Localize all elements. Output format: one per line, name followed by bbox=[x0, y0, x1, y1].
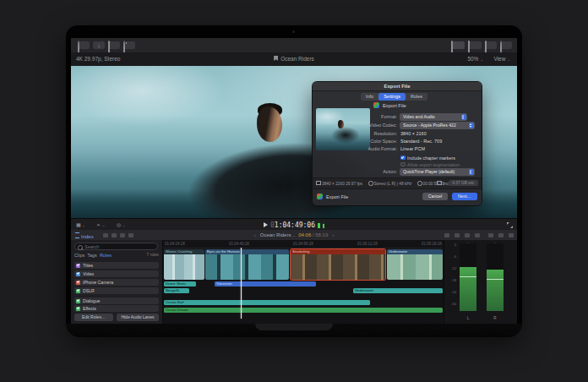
dropdown-arrows-icon bbox=[461, 114, 467, 120]
chapter-markers-label: Include chapter markers bbox=[407, 156, 455, 161]
role-row-video[interactable]: Video bbox=[74, 270, 159, 277]
resolution-value: 3840 × 2160 bbox=[400, 131, 427, 136]
format-dropdown[interactable]: Video and Audio bbox=[400, 113, 467, 121]
audio-clip-ocean-surf[interactable]: Ocean Surf bbox=[164, 300, 370, 305]
roles-count: 7 roles bbox=[147, 253, 159, 257]
search-input[interactable]: Search bbox=[74, 243, 158, 250]
role-row-iphone-camera[interactable]: iPhone Camera bbox=[74, 279, 159, 286]
surfer-face bbox=[257, 106, 282, 142]
timeline-body: Search Clips Tags Roles 7 roles Titles V… bbox=[71, 240, 517, 324]
speaker-icon bbox=[368, 181, 373, 186]
browser-toggle-button[interactable] bbox=[451, 41, 465, 49]
role-row-dslr[interactable]: DSLR bbox=[74, 287, 159, 294]
dropdown-arrows-icon bbox=[469, 123, 475, 128]
clip-thumbnails bbox=[164, 254, 204, 280]
skimming-toggle-icon[interactable] bbox=[444, 233, 449, 237]
tab-settings[interactable]: Settings bbox=[378, 93, 406, 101]
meter-right-label: R bbox=[487, 316, 504, 320]
next-project-button[interactable]: › bbox=[332, 232, 334, 237]
prev-project-button[interactable]: ‹ bbox=[254, 232, 256, 237]
tab-roles[interactable]: Roles bbox=[100, 253, 112, 258]
inspector-toggle-button[interactable] bbox=[485, 41, 497, 49]
viewer-header: 4K 29.97p, Stereo Ocean Riders 50% ⌄ Vie… bbox=[71, 52, 517, 67]
size-estimate: 4.37 GB est. bbox=[449, 180, 478, 186]
role-row-titles[interactable]: Titles bbox=[74, 262, 159, 269]
audio-clip-drone-shots[interactable]: Drone Shots bbox=[164, 281, 196, 286]
viewer-zoom-menu[interactable]: 50% ⌄ bbox=[467, 56, 483, 62]
color-space-value: Standard - Rec. 709 bbox=[400, 139, 442, 144]
index-tabs: Clips Tags Roles 7 roles bbox=[74, 253, 159, 259]
expand-timeline-icon[interactable] bbox=[507, 222, 513, 228]
hide-audio-lanes-button[interactable]: Hide Audio Lanes bbox=[117, 314, 159, 321]
export-app-icon bbox=[373, 102, 379, 108]
audio-format-value: Linear PCM bbox=[400, 146, 425, 151]
share-button[interactable] bbox=[500, 41, 512, 49]
video-clip-snorkeling-selected[interactable]: Snorkeling bbox=[291, 249, 385, 280]
audio-clip-seagulls[interactable]: Seagulls bbox=[164, 288, 189, 293]
meter-left-peak-readout: - bbox=[460, 241, 476, 245]
export-status-bar: 3840 × 2160 29.97 fps Stereo (L R) | 48 … bbox=[313, 177, 482, 189]
audio-clip-underwater[interactable]: Underwater bbox=[353, 288, 443, 293]
role-checkbox[interactable] bbox=[76, 307, 80, 311]
snapping-icon[interactable] bbox=[475, 233, 480, 237]
role-checkbox[interactable] bbox=[76, 289, 80, 293]
role-checkbox[interactable] bbox=[76, 272, 80, 276]
viewer-view-menu[interactable]: View ⌄ bbox=[493, 56, 510, 62]
video-clip-underwater[interactable]: Underwater bbox=[387, 249, 443, 280]
laptop-base bbox=[66, 324, 522, 337]
resolution-label: Resolution: bbox=[373, 131, 397, 136]
transitions-browser-icon[interactable] bbox=[509, 233, 514, 237]
meter-left-channel: - L bbox=[460, 243, 476, 311]
role-checkbox[interactable] bbox=[76, 281, 80, 285]
bookmark-icon bbox=[274, 56, 278, 61]
playhead[interactable] bbox=[241, 248, 242, 319]
action-dropdown[interactable]: QuickTime Player (default) bbox=[400, 168, 475, 176]
action-label: Action: bbox=[383, 169, 397, 174]
color-space-label: Color Space: bbox=[370, 139, 397, 144]
meter-left-peak-line bbox=[460, 276, 476, 277]
tab-roles[interactable]: Roles bbox=[406, 93, 427, 101]
play-icon[interactable] bbox=[264, 222, 268, 227]
chapter-markers-checkbox[interactable] bbox=[400, 156, 406, 161]
background-tasks-button[interactable] bbox=[123, 41, 135, 49]
timeline-index-panel: Search Clips Tags Roles 7 roles Titles V… bbox=[71, 240, 163, 324]
video-clip-eyes-on-horizon[interactable]: Eyes on the Horizon bbox=[205, 249, 289, 280]
next-button[interactable]: Next… bbox=[452, 193, 477, 200]
app-toolbar: ↓ bbox=[71, 38, 517, 53]
keyword-editor-button[interactable] bbox=[108, 41, 120, 49]
sidebar-toggle-button[interactable] bbox=[78, 41, 90, 49]
tab-tags[interactable]: Tags bbox=[87, 253, 97, 258]
video-clip-waves-crashing[interactable]: Waves Crashing bbox=[164, 249, 204, 280]
effects-browser-icon[interactable] bbox=[498, 233, 504, 237]
export-file-dialog: Export File Info Settings Roles Export F… bbox=[313, 82, 482, 205]
meter-right-fill bbox=[487, 270, 504, 311]
role-row-dialogue[interactable]: Dialogue bbox=[74, 297, 159, 304]
role-checkbox[interactable] bbox=[76, 264, 80, 268]
timeline-toggle-button[interactable] bbox=[468, 41, 482, 49]
dialog-tab-bar: Info Settings Roles bbox=[361, 93, 427, 101]
status-resolution: 3840 × 2160 29.97 fps bbox=[316, 181, 362, 186]
tab-info[interactable]: Info bbox=[361, 93, 378, 101]
project-duration: 58:19 bbox=[315, 232, 328, 237]
footer-export-label: Export File bbox=[326, 194, 348, 199]
solo-icon[interactable] bbox=[465, 233, 470, 237]
clip-thumbnails bbox=[205, 254, 289, 280]
audio-skimming-icon[interactable] bbox=[455, 233, 460, 237]
tab-clips[interactable]: Clips bbox=[74, 253, 84, 258]
segmentation-checkbox[interactable] bbox=[400, 162, 406, 167]
import-media-button[interactable]: ↓ bbox=[93, 41, 105, 49]
meter-left-label: L bbox=[460, 316, 476, 320]
audio-clip-voiceover[interactable]: Voiceover bbox=[215, 281, 316, 286]
edit-roles-button[interactable]: Edit Roles… bbox=[74, 314, 113, 321]
project-navigation: ‹ Ocean Riders ⌄ 04:06 / 58:19 › bbox=[71, 232, 517, 237]
audio-meters-toggle-icon[interactable] bbox=[488, 233, 493, 237]
timeline-project-name[interactable]: Ocean Riders bbox=[260, 232, 291, 237]
cancel-button[interactable]: Cancel bbox=[422, 193, 448, 200]
meter-scale: 0 -6 -12 -18 -24 -30 bbox=[448, 243, 456, 312]
audio-clip-ocean-dream[interactable]: Ocean Dream bbox=[164, 308, 443, 313]
project-title: Ocean Riders bbox=[71, 56, 517, 62]
duration-clock-icon bbox=[417, 181, 422, 186]
role-row-effects[interactable]: Effects bbox=[74, 305, 159, 312]
video-codec-dropdown[interactable]: Source - Apple ProRes 422 bbox=[400, 122, 475, 129]
role-checkbox[interactable] bbox=[76, 299, 80, 303]
